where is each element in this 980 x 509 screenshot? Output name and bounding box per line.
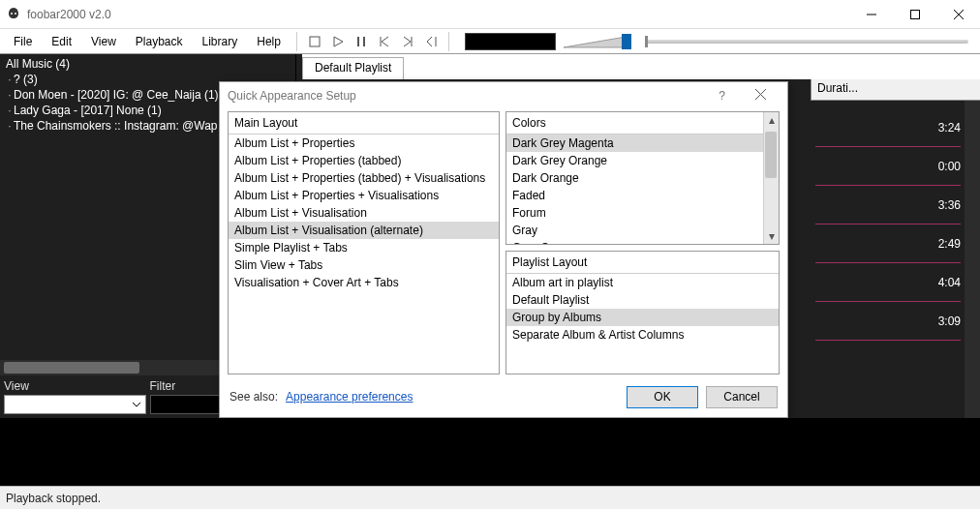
colors-scrollbar[interactable]: ▴ ▾ [763,112,779,244]
list-item[interactable]: Forum [506,204,763,222]
menu-view[interactable]: View [83,32,124,51]
list-item[interactable]: Album List + Properties [229,135,499,152]
duration-cell[interactable]: 4:04 [815,263,961,302]
toolbar-divider [296,32,297,51]
status-bar: Playback stopped. [0,486,980,509]
list-item[interactable]: Dark Grey Orange [506,152,763,169]
menu-help[interactable]: Help [249,32,289,51]
dialog-footer: See also: Appearance preferences OK Canc… [220,376,787,417]
menu-playback[interactable]: Playback [128,32,191,51]
ok-button[interactable]: OK [627,386,698,408]
see-also-label: See also: [230,390,278,404]
list-item[interactable]: Dark Grey Magenta [506,135,763,152]
list-item[interactable]: Gray [506,222,763,239]
menu-bar: File Edit View Playback Library Help [0,29,980,54]
play-button[interactable] [328,32,348,51]
window-maximize-button[interactable] [893,0,936,29]
visualizer-strip [0,418,980,486]
pause-button[interactable] [352,32,371,51]
appearance-preferences-link[interactable]: Appearance preferences [286,390,413,404]
svg-rect-0 [910,10,919,18]
window-title: foobar2000 v2.0 [27,8,111,21]
prev-button[interactable] [375,32,394,51]
chevron-up-icon[interactable]: ▴ [764,112,780,128]
dialog-title: Quick Appearance Setup [228,89,356,103]
volume-slider[interactable] [564,34,631,49]
list-item[interactable]: Visualisation + Cover Art + Tabs [229,274,499,291]
list-item[interactable]: Album List + Visualisation [229,204,499,222]
progress-bar[interactable] [645,37,968,46]
list-item[interactable]: Faded [506,187,763,204]
window-close-button[interactable] [936,0,980,29]
status-text: Playback stopped. [6,492,101,505]
dialog-titlebar: Quick Appearance Setup ? [220,82,787,109]
duration-cell[interactable]: 3:36 [815,186,961,225]
duration-cell[interactable]: 2:49 [815,225,961,263]
cancel-button[interactable]: Cancel [706,386,778,408]
list-item[interactable]: Dark Orange [506,169,763,187]
duration-column: 3:24 0:00 3:36 2:49 4:04 3:09 [815,108,961,341]
tab-default-playlist[interactable]: Default Playlist [302,57,404,79]
list-item[interactable]: Album List + Properties (tabbed) + Visua… [229,169,499,187]
stop-button[interactable] [305,32,324,51]
chevron-down-icon [132,400,141,409]
dialog-help-button[interactable]: ? [719,89,725,103]
menu-edit[interactable]: Edit [44,32,79,51]
svg-rect-1 [310,37,320,46]
list-item[interactable]: Gray Orange [506,239,763,245]
list-item[interactable]: Group by Albums [506,309,779,326]
list-item[interactable]: Album art in playlist [506,274,779,291]
random-button[interactable] [421,32,441,51]
menu-library[interactable]: Library [195,32,246,51]
window-minimize-button[interactable] [849,0,893,29]
list-item[interactable]: Separate Album & Artist Columns [506,326,779,344]
duration-cell[interactable]: 3:09 [815,302,961,341]
view-select-value: by artist/album [9,398,84,411]
app-icon [6,7,21,22]
duration-cell[interactable]: 3:24 [815,108,961,147]
playlist-layout-list[interactable]: Album art in playlistDefault PlaylistGro… [506,274,779,344]
quick-appearance-dialog: Quick Appearance Setup ? Main Layout Alb… [219,81,788,418]
main-layout-list[interactable]: Album List + PropertiesAlbum List + Prop… [229,135,499,291]
volume-thumb[interactable] [622,34,631,49]
window-titlebar: foobar2000 v2.0 [0,0,980,29]
menu-file[interactable]: File [6,32,40,51]
colors-header: Colors [506,112,763,135]
view-select[interactable]: by artist/album [4,395,146,414]
colors-list[interactable]: Dark Grey MagentaDark Grey OrangeDark Or… [506,135,763,245]
list-item[interactable]: Simple Playlist + Tabs [229,239,499,256]
toolbar-divider-2 [448,32,449,51]
dialog-close-button[interactable] [741,89,780,103]
playlist-tabs: Default Playlist [296,54,980,79]
main-layout-header: Main Layout [229,112,499,135]
list-item[interactable]: Default Playlist [506,291,779,309]
list-item[interactable]: Album List + Visualisation (alternate) [229,222,499,239]
view-label: View [4,377,146,395]
duration-cell[interactable]: 0:00 [815,147,961,186]
list-item[interactable]: Slim View + Tabs [229,256,499,274]
seek-position-display [465,33,556,50]
playlist-vertical-scrollbar[interactable] [965,101,980,418]
chevron-down-icon[interactable]: ▾ [764,228,780,244]
list-item[interactable]: Album List + Properties (tabbed) [229,152,499,169]
progress-thumb[interactable] [645,36,648,47]
list-item[interactable]: Album List + Properties + Visualisations [229,187,499,204]
column-header-duration[interactable]: Durati... [811,79,980,101]
playlist-layout-header: Playlist Layout [506,252,779,274]
next-button[interactable] [398,32,417,51]
tree-root[interactable]: All Music (4) [6,56,290,72]
